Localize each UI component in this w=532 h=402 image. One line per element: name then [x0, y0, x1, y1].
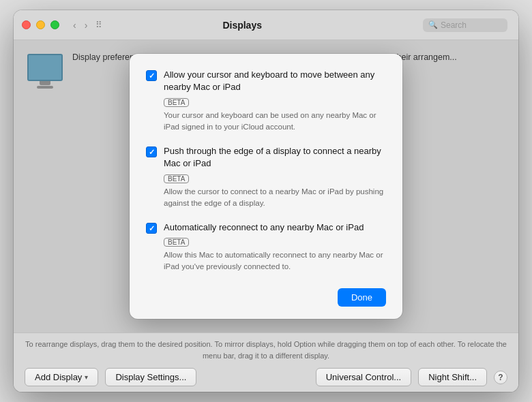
- modal-item-header-2: Push through the edge of a display to co…: [146, 145, 386, 183]
- item-description-3: Allow this Mac to automatically reconnec…: [164, 249, 386, 273]
- display-settings-button[interactable]: Display Settings...: [105, 368, 196, 386]
- done-button[interactable]: Done: [338, 288, 386, 307]
- checkbox-auto-reconnect[interactable]: [146, 223, 157, 234]
- beta-badge-1: BETA: [164, 98, 189, 107]
- item-title-3: Automatically reconnect to any nearby Ma…: [164, 221, 364, 234]
- item-title-2: Push through the edge of a display to co…: [164, 145, 386, 170]
- traffic-lights: [22, 20, 59, 29]
- item-title-1: Allow your cursor and keyboard to move b…: [164, 69, 386, 93]
- minimize-button[interactable]: [36, 20, 45, 29]
- add-display-button[interactable]: Add Display ▾: [25, 368, 98, 386]
- modal-item-push-through: Push through the edge of a display to co…: [146, 145, 386, 209]
- close-button[interactable]: [22, 20, 31, 29]
- search-icon: 🔍: [428, 20, 438, 29]
- modal-item-header-3: Automatically reconnect to any nearby Ma…: [146, 221, 386, 247]
- checkbox-container-2: [146, 146, 157, 157]
- displays-window: ‹ › ⠿ Displays 🔍 Display preferences con…: [14, 10, 518, 392]
- universal-control-button[interactable]: Universal Control...: [316, 368, 412, 386]
- modal-overlay: Allow your cursor and keyboard to move b…: [14, 40, 518, 333]
- maximize-button[interactable]: [50, 20, 59, 29]
- checkbox-container-1: [146, 70, 157, 81]
- item-title-row-2: Push through the edge of a display to co…: [164, 145, 386, 183]
- search-input[interactable]: [441, 20, 502, 30]
- modal-footer: Done: [146, 285, 386, 307]
- bottom-buttons: Add Display ▾ Display Settings... Univer…: [25, 368, 507, 386]
- chevron-down-icon: ▾: [85, 373, 88, 381]
- checkbox-push-through[interactable]: [146, 146, 157, 157]
- item-description-2: Allow the cursor to connect to a nearby …: [164, 186, 386, 210]
- window-title: Displays: [61, 20, 423, 31]
- checkbox-cursor-keyboard[interactable]: [146, 70, 157, 81]
- night-shift-button[interactable]: Night Shift...: [418, 368, 487, 386]
- item-description-1: Your cursor and keyboard can be used on …: [164, 110, 386, 134]
- checkbox-container-3: [146, 223, 157, 234]
- bottom-hint: To rearrange displays, drag them to the …: [25, 339, 507, 361]
- title-bar: ‹ › ⠿ Displays 🔍: [14, 10, 518, 40]
- display-settings-label: Display Settings...: [115, 372, 186, 382]
- search-bar[interactable]: 🔍: [423, 18, 507, 32]
- modal-item-cursor-keyboard: Allow your cursor and keyboard to move b…: [146, 69, 386, 133]
- night-shift-label: Night Shift...: [428, 372, 477, 382]
- item-title-row-3: Automatically reconnect to any nearby Ma…: [164, 221, 386, 247]
- beta-badge-2: BETA: [164, 174, 189, 183]
- modal-item-header-1: Allow your cursor and keyboard to move b…: [146, 69, 386, 106]
- beta-badge-3: BETA: [164, 238, 189, 247]
- universal-control-label: Universal Control...: [326, 372, 402, 382]
- universal-control-modal: Allow your cursor and keyboard to move b…: [130, 54, 402, 318]
- add-display-label: Add Display: [35, 372, 82, 382]
- bottom-bar: To rearrange displays, drag them to the …: [14, 333, 518, 392]
- modal-item-auto-reconnect: Automatically reconnect to any nearby Ma…: [146, 221, 386, 273]
- main-content: Display preferences control the resoluti…: [14, 40, 518, 333]
- item-title-row-1: Allow your cursor and keyboard to move b…: [164, 69, 386, 106]
- help-button[interactable]: ?: [494, 371, 507, 384]
